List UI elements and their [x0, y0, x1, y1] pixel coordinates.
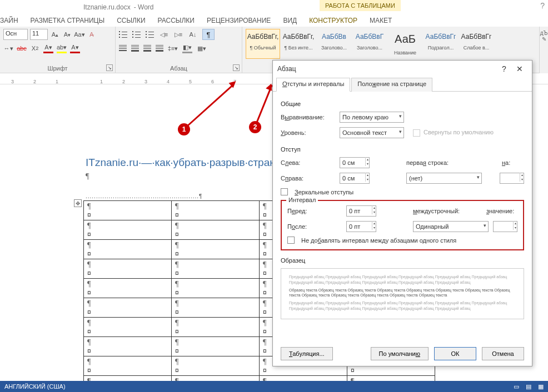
dialog-help-icon[interactable]: ? [496, 63, 512, 75]
table-cell[interactable]: ¶¤ [84, 201, 172, 220]
dialog-tab-position[interactable]: Положение на странице [351, 78, 432, 92]
table-cell[interactable]: ¶¤ [84, 279, 172, 298]
tabs-button[interactable]: Табуляция... [281, 347, 333, 360]
tab-view[interactable]: ВИД [283, 17, 297, 24]
table-cell[interactable]: ¶¤ [172, 337, 260, 356]
default-button[interactable]: По умолчанию [371, 347, 429, 360]
help-icon[interactable]: ? [540, 1, 545, 10]
line-spacing-icon[interactable]: ‡≡▾ [168, 43, 178, 53]
table-cell[interactable]: ¶¤ [84, 376, 172, 381]
first-line-label: первая строка: [406, 159, 473, 166]
table-cell[interactable]: ¶¤ [172, 356, 260, 376]
sort-icon[interactable]: A↓ [188, 29, 198, 39]
table-cell[interactable]: ¶¤ [172, 201, 260, 220]
style-gallery-item[interactable]: АаБбВвГЗаголово... [352, 29, 387, 59]
read-mode-icon[interactable]: ▭ [514, 383, 519, 390]
dont-add-checkbox[interactable] [287, 237, 295, 244]
ok-button[interactable]: ОК [434, 347, 476, 360]
align-justify-icon[interactable] [156, 45, 163, 52]
multilevel-list-icon[interactable] [146, 31, 155, 38]
highlight-icon[interactable]: ab▾ [57, 43, 67, 53]
table-cell[interactable]: ¶¤ [84, 298, 172, 318]
web-layout-icon[interactable]: ▦ [538, 383, 544, 390]
text-effects-icon[interactable]: A▾ [70, 43, 80, 53]
grow-font-icon[interactable]: A▴ [50, 29, 60, 39]
table-cell[interactable]: ¶¤ [172, 220, 260, 240]
paragraph-group-launcher[interactable]: ↘ [233, 64, 240, 71]
level-label: Уровень: [281, 129, 336, 136]
dialog-close-icon[interactable]: ✕ [512, 63, 527, 75]
align-left-icon[interactable] [119, 45, 127, 52]
first-line-combo[interactable]: (нет) [406, 173, 482, 184]
change-case-icon[interactable]: Aa▾ [74, 29, 84, 39]
shading-icon[interactable]: ◧▾ [182, 43, 192, 53]
indent-left-spin[interactable]: 0 см [340, 157, 370, 168]
before-spin[interactable]: 0 пт [346, 205, 376, 217]
strikethrough-icon[interactable]: abc [17, 43, 27, 53]
side-panel-icon[interactable]: дЪ✎ [539, 27, 548, 73]
table-cell[interactable]: ¶¤ [172, 259, 260, 279]
cell-end-mark: ¤ [263, 250, 267, 258]
clear-format-icon[interactable]: A̶ [87, 29, 97, 39]
shrink-font-icon[interactable]: A▾ [62, 29, 72, 39]
subscript-icon[interactable]: X2 [30, 43, 40, 53]
collapse-checkbox [413, 129, 420, 137]
table-cell[interactable]: ¶¤ [172, 318, 260, 337]
style-gallery-item[interactable]: АаБбВвГг,¶ Без инте... [281, 29, 316, 59]
table-cell[interactable]: ¶¤ [84, 318, 172, 337]
style-gallery-item[interactable]: АаБбВвГг,¶ Обычный [246, 29, 280, 59]
table-cell[interactable]: ¶¤ [84, 240, 172, 259]
table-cell[interactable]: ¶¤ [172, 376, 260, 381]
font-group-launcher[interactable]: ↘ [106, 64, 113, 71]
bullet-list-icon[interactable] [119, 31, 128, 38]
value-spin[interactable] [493, 221, 517, 232]
table-cell[interactable]: ¶¤ [172, 298, 260, 318]
table-cell[interactable]: ¶¤ [84, 259, 172, 279]
status-language[interactable]: АНГЛИЙСКИЙ (США) [4, 383, 66, 390]
tab-references[interactable]: ССЫЛКИ [117, 17, 145, 24]
by-spin[interactable] [500, 173, 524, 184]
after-spin[interactable]: 0 пт [346, 221, 376, 232]
cancel-button[interactable]: Отмена [482, 347, 524, 360]
tab-design[interactable]: ЗАЙН [0, 17, 18, 24]
table-cell[interactable]: ¶¤ [260, 376, 347, 381]
table-cell[interactable]: ¶¤ [84, 356, 172, 376]
tab-review[interactable]: РЕЦЕНЗИРОВАНИЕ [207, 17, 271, 24]
decrease-indent-icon[interactable]: ◁≡ [159, 29, 169, 39]
cell-mark: ¶ [87, 358, 91, 366]
table-cell[interactable]: ¶¤ [84, 337, 172, 356]
style-gallery-item[interactable]: АаБбВвГгПодзагол... [424, 29, 458, 59]
align-combo[interactable]: По левому краю [340, 112, 404, 123]
borders-icon[interactable]: ▦▾ [197, 43, 207, 53]
table-cell[interactable]: ¶¤ [347, 376, 435, 381]
style-gallery-item[interactable]: АаБбВвЗаголово... [317, 29, 351, 59]
table-cell[interactable]: ¶¤ [172, 240, 260, 259]
print-layout-icon[interactable]: ▤ [526, 383, 531, 390]
tab-page-layout[interactable]: РАЗМЕТКА СТРАНИЦЫ [31, 17, 105, 24]
align-right-icon[interactable] [143, 45, 151, 52]
cell-mark: ¶ [87, 241, 91, 249]
font-color-icon[interactable]: A▾ [43, 43, 53, 53]
number-list-icon[interactable] [132, 31, 141, 38]
level-combo[interactable]: Основной текст [340, 127, 404, 138]
show-hide-pilcrow-icon[interactable]: ¶ [202, 29, 215, 40]
dialog-tab-indents[interactable]: Отступы и интервалы [276, 78, 350, 92]
table-cell[interactable]: ¶¤ [172, 279, 260, 298]
font-size-select[interactable]: 11 [30, 29, 48, 40]
table-cell[interactable]: ¶¤ [84, 220, 172, 240]
style-gallery-item[interactable]: АаБбВвГгСлабое в... [459, 29, 494, 59]
cell-end-mark: ¤ [263, 347, 267, 355]
table-move-handle[interactable]: ✥ [74, 199, 82, 207]
tab-constructor[interactable]: КОНСТРУКТОР [309, 17, 357, 24]
indent-right-spin[interactable]: 0 см [340, 173, 370, 184]
align-center-icon[interactable] [131, 45, 139, 52]
tab-layout[interactable]: МАКЕТ [370, 17, 392, 24]
increase-indent-icon[interactable]: ▷≡ [173, 29, 183, 39]
line-spacing-combo[interactable]: Одинарный [413, 221, 489, 232]
tab-mailings[interactable]: РАССЫЛКИ [158, 17, 195, 24]
style-name: Заголово... [353, 45, 386, 51]
style-gallery-item[interactable]: АаБНазвание [388, 29, 422, 59]
ruler-icon[interactable]: ↔▾ [3, 43, 13, 53]
font-name-select[interactable]: Осн [3, 29, 28, 40]
mirror-checkbox[interactable] [281, 188, 288, 195]
